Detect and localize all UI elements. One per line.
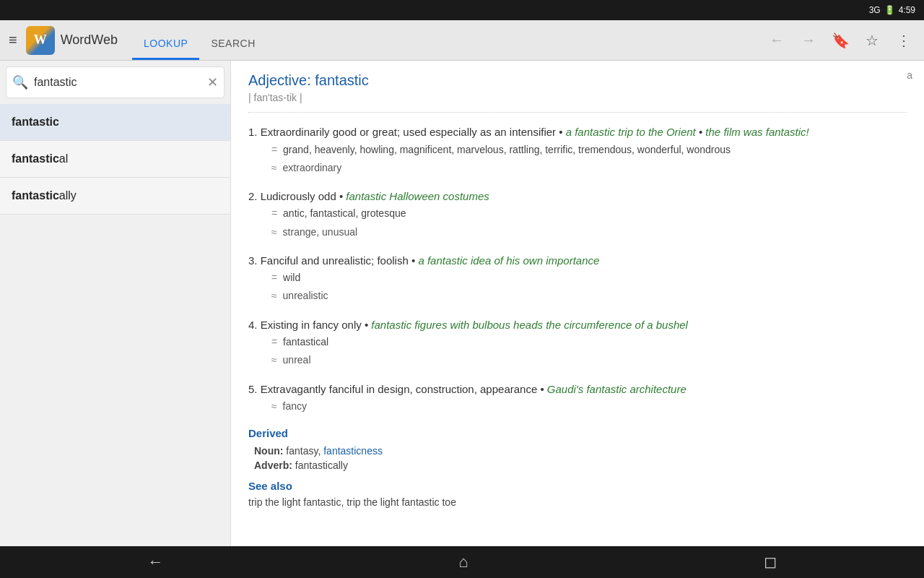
equals-1: = grand, heavenly, howling, magnificent,…: [271, 141, 907, 159]
sidebar-item-fantastical[interactable]: fantastical: [0, 141, 230, 178]
more-button[interactable]: ⋮: [889, 26, 918, 55]
tab-lookup[interactable]: LOOKUP: [132, 28, 199, 60]
definition-3: 3. Fanciful and unrealistic; foolish • a…: [248, 253, 907, 306]
back-button[interactable]: ←: [762, 26, 791, 55]
status-bar: 3G 🔋 4:59: [0, 0, 924, 20]
sidebar-item-rest-2: ally: [59, 189, 77, 202]
def-line-1: 1. Extraordinarily good or great; used e…: [248, 124, 907, 141]
example-2a[interactable]: fantastic Halloween costumes: [346, 190, 489, 202]
top-actions: ← → 🔖 ☆ ⋮: [762, 26, 918, 55]
derived-noun-line: Noun: fantasy, fantasticness: [254, 445, 907, 457]
definition-4: 4. Existing in fancy only • fantastic fi…: [248, 317, 907, 370]
word-title: Adjective: fantastic: [248, 72, 907, 89]
approx-word-1: extraordinary: [283, 162, 342, 173]
battery-icon: 🔋: [884, 5, 895, 15]
part-of-speech: Adjective:: [248, 72, 311, 88]
app-logo: W: [26, 26, 55, 55]
approx-word-5: fancy: [283, 400, 307, 412]
def-num-4: 4.: [248, 319, 258, 331]
def-num-3: 3.: [248, 254, 258, 267]
time-display: 4:59: [899, 5, 915, 15]
nav-recent-button[interactable]: ◻: [764, 553, 777, 571]
top-bar: ≡ W WordWeb LOOKUP SEARCH ← → 🔖 ☆ ⋮: [0, 20, 924, 61]
sidebar-item-bold-1: fantastic: [12, 152, 59, 165]
bottom-bar: ← ⌂ ◻: [0, 546, 924, 578]
forward-button[interactable]: →: [794, 26, 823, 55]
font-size-button[interactable]: a: [907, 69, 912, 81]
content-area: a Adjective: fantastic | fan'tas-tik | 1…: [231, 61, 924, 546]
approx-word-4: unreal: [283, 354, 311, 366]
def-line-4: 4. Existing in fancy only • fantastic fi…: [248, 317, 907, 334]
def-line-5: 5. Extravagantly fanciful in design, con…: [248, 381, 907, 398]
search-icon: 🔍: [12, 74, 28, 90]
network-indicator: 3G: [869, 5, 881, 15]
def-num-1: 1.: [248, 126, 258, 138]
see-also-text: trip the light fantastic, trip the light…: [248, 496, 907, 508]
sidebar-item-bold-2: fantastic: [12, 189, 59, 202]
status-icons: 3G 🔋 4:59: [869, 5, 915, 15]
approx-3: ≈ unrealistic: [271, 287, 907, 305]
pronunciation: | fan'tas-tik |: [248, 92, 907, 113]
derived-noun-values: fantasy,: [286, 445, 323, 457]
search-box: 🔍 ✕: [6, 66, 225, 98]
menu-icon[interactable]: ≡: [6, 29, 20, 51]
definition-1: 1. Extraordinarily good or great; used e…: [248, 124, 907, 177]
tab-search[interactable]: SEARCH: [199, 28, 266, 60]
equals-2: = antic, fantastical, grotesque: [271, 204, 907, 223]
star-button[interactable]: ☆: [858, 26, 886, 55]
example-4a[interactable]: fantastic figures with bulbous heads the…: [371, 319, 688, 331]
bookmark-button[interactable]: 🔖: [826, 26, 855, 55]
tab-area: LOOKUP SEARCH: [132, 20, 267, 60]
definition-5: 5. Extravagantly fanciful in design, con…: [248, 381, 907, 416]
example-1b[interactable]: the film was fantastic!: [705, 126, 808, 138]
see-also-title: See also: [248, 480, 907, 492]
example-1a[interactable]: a fantastic trip to the Orient: [566, 126, 696, 138]
nav-back-button[interactable]: ←: [147, 553, 163, 571]
sidebar-item-rest-1: al: [59, 152, 68, 165]
def-num-2: 2.: [248, 190, 258, 202]
equals-3: = wild: [271, 269, 907, 287]
approx-1: ≈ extraordinary: [271, 159, 907, 177]
def-line-2: 2. Ludicrously odd • fantastic Halloween…: [248, 189, 907, 205]
approx-4: ≈ unreal: [271, 351, 907, 369]
nav-home-button[interactable]: ⌂: [458, 553, 468, 571]
sidebar: 🔍 ✕ fantastic fantastical fantastically: [0, 61, 231, 546]
app-name: WordWeb: [61, 33, 118, 48]
approx-word-2: strange, unusual: [283, 226, 358, 238]
approx-2: ≈ strange, unusual: [271, 223, 907, 241]
derived-adverb-label: Adverb:: [254, 460, 292, 471]
sidebar-list: fantastic fantastical fantastically: [0, 104, 230, 546]
approx-5: ≈ fancy: [271, 397, 907, 415]
example-3a[interactable]: a fantastic idea of his own importance: [418, 254, 599, 267]
derived-noun-label: Noun:: [254, 445, 283, 457]
sidebar-item-bold-0: fantastic: [12, 116, 59, 128]
main-layout: 🔍 ✕ fantastic fantastical fantastically …: [0, 61, 924, 546]
derived-adverb-values: fantastically: [295, 460, 348, 471]
headword-text: fantastic: [315, 72, 368, 88]
example-5a[interactable]: Gaudi's fantastic architecture: [547, 383, 687, 395]
search-input[interactable]: [34, 76, 207, 89]
equals-4: = fantastical: [271, 333, 907, 351]
derived-adverb-line: Adverb: fantastically: [254, 460, 907, 471]
definition-2: 2. Ludicrously odd • fantastic Halloween…: [248, 189, 907, 241]
derived-title: Derived: [248, 427, 907, 439]
sidebar-item-fantastically[interactable]: fantastically: [0, 178, 230, 215]
derived-link-fantasticness[interactable]: fantasticness: [323, 445, 383, 457]
sidebar-item-fantastic[interactable]: fantastic: [0, 104, 230, 141]
def-line-3: 3. Fanciful and unrealistic; foolish • a…: [248, 253, 907, 269]
clear-icon[interactable]: ✕: [207, 74, 218, 90]
approx-word-3: unrealistic: [283, 290, 328, 301]
def-num-5: 5.: [248, 383, 258, 395]
